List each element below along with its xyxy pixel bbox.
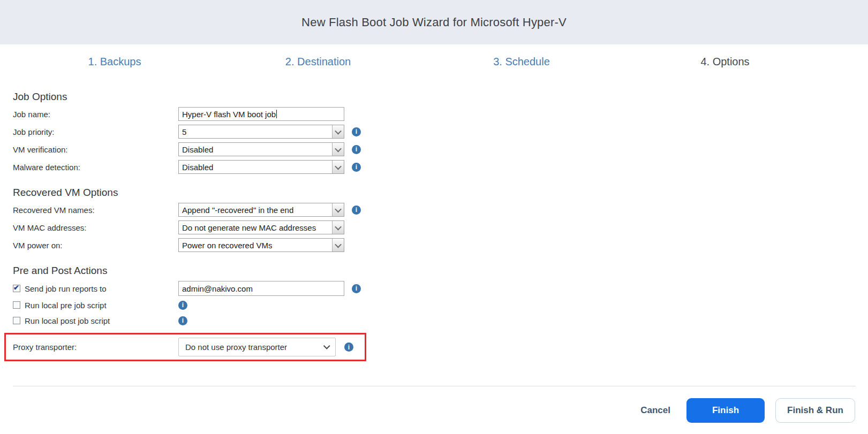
wizard-steps: 1. Backups 2. Destination 3. Schedule 4.… [13, 51, 827, 72]
chevron-down-icon[interactable] [332, 239, 344, 252]
info-icon[interactable] [352, 145, 361, 154]
pre-script-check-label: Run local pre job script [13, 301, 178, 310]
vm-mac-addresses-label: VM MAC addresses: [13, 223, 178, 232]
finish-button[interactable]: Finish [686, 398, 765, 423]
info-icon[interactable] [352, 284, 361, 293]
step-backups[interactable]: 1. Backups [13, 56, 216, 68]
post-script-label: Run local post job script [25, 316, 110, 325]
send-reports-label: Send job run reports to [25, 284, 107, 293]
proxy-transporter-highlight: Proxy transporter: Do not use proxy tran… [4, 333, 366, 361]
section-recovered-vm-options: Recovered VM Options [13, 187, 398, 199]
vm-verification-value: Disabled [182, 145, 213, 154]
chevron-down-icon[interactable] [332, 221, 344, 234]
malware-detection-value: Disabled [182, 163, 213, 172]
job-priority-value: 5 [182, 127, 186, 136]
recovered-vm-names-select[interactable]: Append "-recovered" in the end [178, 203, 344, 217]
info-icon[interactable] [178, 316, 187, 325]
recovered-vm-names-row: Recovered VM names: Append "-recovered" … [13, 203, 398, 217]
step-schedule[interactable]: 3. Schedule [420, 56, 623, 68]
chevron-down-icon[interactable] [332, 161, 344, 173]
proxy-transporter-select[interactable]: Do not use proxy transporter [178, 338, 336, 356]
info-icon[interactable] [352, 127, 361, 136]
report-email-input[interactable]: admin@nakivo.com [178, 281, 344, 296]
cancel-button[interactable]: Cancel [640, 405, 670, 416]
post-script-check-label: Run local post job script [13, 316, 178, 325]
proxy-transporter-value: Do not use proxy transporter [185, 342, 287, 352]
job-priority-label: Job priority: [13, 127, 178, 136]
malware-detection-select[interactable]: Disabled [178, 160, 344, 174]
vm-mac-addresses-row: VM MAC addresses: Do not generate new MA… [13, 220, 398, 234]
options-form: Job Options Job name: Hyper-V flash VM b… [13, 91, 398, 361]
pre-script-checkbox[interactable] [13, 301, 20, 309]
job-priority-row: Job priority: 5 [13, 125, 398, 139]
report-email-value: admin@nakivo.com [182, 284, 253, 293]
vm-verification-select[interactable]: Disabled [178, 142, 344, 156]
vm-mac-addresses-select[interactable]: Do not generate new MAC addresses [178, 220, 344, 234]
vm-power-on-label: VM power on: [13, 241, 178, 250]
job-name-label: Job name: [13, 110, 178, 119]
send-reports-check-label: Send job run reports to [13, 284, 178, 293]
footer-divider [13, 386, 856, 386]
job-name-input[interactable]: Hyper-V flash VM boot job [178, 107, 344, 121]
send-reports-checkbox[interactable] [13, 285, 20, 292]
post-script-checkbox[interactable] [13, 317, 20, 324]
chevron-down-icon[interactable] [332, 125, 344, 138]
malware-detection-row: Malware detection: Disabled [13, 160, 398, 174]
section-pre-post-actions: Pre and Post Actions [13, 265, 398, 277]
info-icon[interactable] [352, 163, 361, 172]
vm-power-on-row: VM power on: Power on recovered VMs [13, 238, 398, 252]
pre-script-row: Run local pre job script [13, 299, 398, 311]
vm-power-on-value: Power on recovered VMs [182, 241, 272, 250]
proxy-transporter-label: Proxy transporter: [13, 342, 178, 352]
chevron-down-icon[interactable] [332, 203, 344, 216]
info-icon[interactable] [352, 205, 361, 215]
wizard-title: New Flash Boot Job Wizard for Microsoft … [301, 16, 567, 29]
vm-verification-row: VM verification: Disabled [13, 142, 398, 156]
info-icon[interactable] [178, 301, 187, 310]
section-job-options: Job Options [13, 91, 398, 103]
chevron-down-icon [323, 342, 330, 349]
chevron-down-icon[interactable] [332, 143, 344, 156]
recovered-vm-names-value: Append "-recovered" in the end [182, 205, 293, 215]
malware-detection-label: Malware detection: [13, 163, 178, 172]
step-destination[interactable]: 2. Destination [216, 56, 420, 68]
job-name-row: Job name: Hyper-V flash VM boot job [13, 107, 398, 121]
recovered-vm-names-label: Recovered VM names: [13, 205, 178, 215]
job-name-value: Hyper-V flash VM boot job [182, 110, 276, 119]
info-icon[interactable] [344, 342, 353, 352]
text-caret [276, 110, 277, 118]
vm-mac-addresses-value: Do not generate new MAC addresses [182, 223, 316, 232]
finish-and-run-button[interactable]: Finish & Run [775, 398, 855, 423]
wizard-window: New Flash Boot Job Wizard for Microsoft … [0, 0, 868, 434]
send-reports-row: Send job run reports to admin@nakivo.com [13, 281, 398, 296]
vm-power-on-select[interactable]: Power on recovered VMs [178, 238, 344, 252]
pre-script-label: Run local pre job script [25, 301, 107, 310]
vm-verification-label: VM verification: [13, 145, 178, 154]
wizard-header: New Flash Boot Job Wizard for Microsoft … [0, 0, 868, 44]
footer-actions: Cancel Finish Finish & Run [640, 398, 855, 423]
step-options[interactable]: 4. Options [623, 56, 827, 68]
job-priority-select[interactable]: 5 [178, 125, 344, 139]
post-script-row: Run local post job script [13, 315, 398, 326]
